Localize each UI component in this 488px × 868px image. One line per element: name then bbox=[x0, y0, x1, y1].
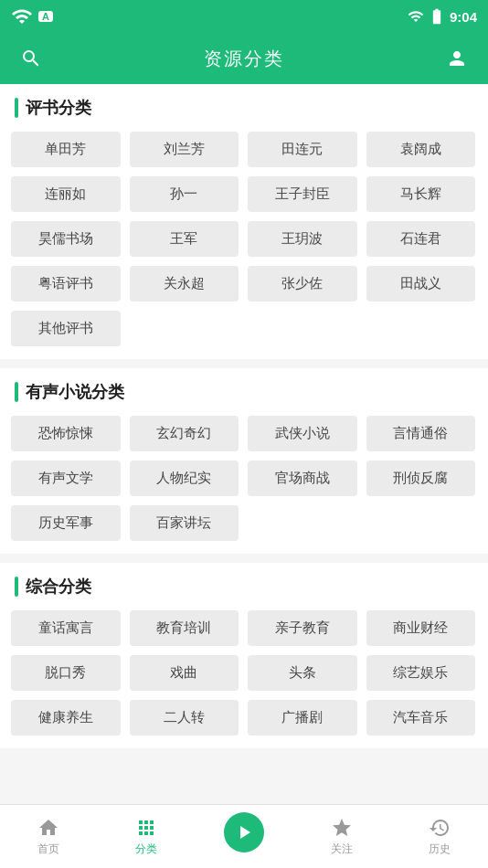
content: 评书分类单田芳刘兰芳田连元袁阔成连丽如孙一王子封臣马长辉昊儒书场王军王玥波石连君… bbox=[0, 84, 488, 821]
search-icon bbox=[20, 48, 42, 69]
tag-pingshufenlei-0[interactable]: 单田芳 bbox=[11, 132, 121, 167]
tag-youshengxiaoshuofenlei-2[interactable]: 武侠小说 bbox=[248, 416, 357, 451]
user-button[interactable] bbox=[440, 42, 473, 75]
nav-item-play[interactable] bbox=[196, 821, 293, 852]
bottom-nav: 首页 分类 关注 历史 bbox=[0, 804, 488, 868]
wifi-icon bbox=[11, 5, 33, 27]
nav-label-category: 分类 bbox=[135, 842, 157, 857]
section-pingshufenlei: 评书分类单田芳刘兰芳田连元袁阔成连丽如孙一王子封臣马长辉昊儒书场王军王玥波石连君… bbox=[0, 84, 488, 359]
section-title-youshengxiaoshuofenlei: 有声小说分类 bbox=[26, 381, 124, 403]
app-bar: 资源分类 bbox=[0, 33, 488, 84]
user-icon bbox=[446, 48, 468, 69]
section-border-zonghefenlei bbox=[15, 577, 18, 597]
tag-youshengxiaoshuofenlei-6[interactable]: 官场商战 bbox=[248, 460, 357, 496]
tag-zonghefenlei-10[interactable]: 广播剧 bbox=[248, 700, 357, 736]
tag-youshengxiaoshuofenlei-8[interactable]: 历史军事 bbox=[11, 505, 121, 541]
tag-pingshufenlei-9[interactable]: 王军 bbox=[130, 221, 239, 257]
section-header-zonghefenlei: 综合分类 bbox=[0, 563, 488, 607]
tag-pingshufenlei-2[interactable]: 田连元 bbox=[248, 132, 357, 167]
tag-youshengxiaoshuofenlei-3[interactable]: 言情通俗 bbox=[366, 416, 476, 451]
tag-pingshufenlei-12[interactable]: 粤语评书 bbox=[11, 266, 121, 302]
battery-icon bbox=[428, 7, 446, 26]
section-title-zonghefenlei: 综合分类 bbox=[26, 576, 91, 598]
tag-pingshufenlei-1[interactable]: 刘兰芳 bbox=[130, 132, 239, 167]
nav-label-history: 历史 bbox=[429, 842, 451, 857]
tag-pingshufenlei-8[interactable]: 昊儒书场 bbox=[11, 221, 121, 257]
tag-youshengxiaoshuofenlei-7[interactable]: 刑侦反腐 bbox=[366, 460, 476, 496]
tag-youshengxiaoshuofenlei-0[interactable]: 恐怖惊悚 bbox=[11, 416, 121, 451]
search-button[interactable] bbox=[15, 42, 48, 75]
tag-pingshufenlei-4[interactable]: 连丽如 bbox=[11, 176, 121, 212]
tag-zonghefenlei-4[interactable]: 脱口秀 bbox=[11, 655, 121, 691]
nav-item-history[interactable]: 历史 bbox=[390, 817, 488, 857]
signal-icon bbox=[408, 8, 424, 25]
section-border-youshengxiaoshuofenlei bbox=[15, 382, 18, 402]
tag-pingshufenlei-11[interactable]: 石连君 bbox=[366, 221, 476, 257]
history-icon bbox=[429, 817, 451, 839]
nav-label-follow: 关注 bbox=[331, 842, 353, 857]
tag-zonghefenlei-2[interactable]: 亲子教育 bbox=[248, 610, 357, 646]
nav-item-category[interactable]: 分类 bbox=[98, 817, 196, 857]
tag-youshengxiaoshuofenlei-4[interactable]: 有声文学 bbox=[11, 460, 121, 496]
tag-pingshufenlei-15[interactable]: 田战义 bbox=[366, 266, 476, 302]
nav-label-home: 首页 bbox=[37, 842, 59, 857]
home-icon bbox=[37, 817, 59, 839]
tag-pingshufenlei-3[interactable]: 袁阔成 bbox=[366, 132, 476, 167]
play-icon bbox=[233, 821, 255, 843]
tag-zonghefenlei-8[interactable]: 健康养生 bbox=[11, 700, 121, 736]
tags-container-youshengxiaoshuofenlei: 恐怖惊悚玄幻奇幻武侠小说言情通俗有声文学人物纪实官场商战刑侦反腐历史军事百家讲坛 bbox=[0, 412, 488, 554]
play-button-circle[interactable] bbox=[224, 812, 264, 852]
section-header-youshengxiaoshuofenlei: 有声小说分类 bbox=[0, 368, 488, 412]
section-zonghefenlei: 综合分类童话寓言教育培训亲子教育商业财经脱口秀戏曲头条综艺娱乐健康养生二人转广播… bbox=[0, 563, 488, 748]
tag-zonghefenlei-6[interactable]: 头条 bbox=[248, 655, 357, 691]
tag-pingshufenlei-16[interactable]: 其他评书 bbox=[11, 311, 121, 346]
status-left: A bbox=[11, 5, 53, 27]
nav-item-home[interactable]: 首页 bbox=[0, 817, 98, 857]
tag-pingshufenlei-7[interactable]: 马长辉 bbox=[366, 176, 476, 212]
tag-zonghefenlei-0[interactable]: 童话寓言 bbox=[11, 610, 121, 646]
tag-zonghefenlei-7[interactable]: 综艺娱乐 bbox=[366, 655, 476, 691]
status-time: 9:04 bbox=[450, 9, 477, 25]
category-icon bbox=[135, 817, 157, 839]
tag-pingshufenlei-14[interactable]: 张少佐 bbox=[248, 266, 357, 302]
tag-youshengxiaoshuofenlei-5[interactable]: 人物纪实 bbox=[130, 460, 239, 496]
tag-pingshufenlei-13[interactable]: 关永超 bbox=[130, 266, 239, 302]
tag-youshengxiaoshuofenlei-1[interactable]: 玄幻奇幻 bbox=[130, 416, 239, 451]
section-title-pingshufenlei: 评书分类 bbox=[26, 97, 91, 119]
tag-zonghefenlei-11[interactable]: 汽车音乐 bbox=[366, 700, 476, 736]
status-bar: A 9:04 bbox=[0, 0, 488, 33]
nav-item-follow[interactable]: 关注 bbox=[292, 817, 390, 857]
tag-pingshufenlei-10[interactable]: 王玥波 bbox=[248, 221, 357, 257]
app-bar-title: 资源分类 bbox=[204, 47, 284, 71]
notification-badge: A bbox=[38, 11, 53, 22]
tags-container-zonghefenlei: 童话寓言教育培训亲子教育商业财经脱口秀戏曲头条综艺娱乐健康养生二人转广播剧汽车音… bbox=[0, 607, 488, 748]
tag-zonghefenlei-3[interactable]: 商业财经 bbox=[366, 610, 476, 646]
tags-container-pingshufenlei: 单田芳刘兰芳田连元袁阔成连丽如孙一王子封臣马长辉昊儒书场王军王玥波石连君粤语评书… bbox=[0, 128, 488, 359]
tag-zonghefenlei-9[interactable]: 二人转 bbox=[130, 700, 239, 736]
section-youshengxiaoshuofenlei: 有声小说分类恐怖惊悚玄幻奇幻武侠小说言情通俗有声文学人物纪实官场商战刑侦反腐历史… bbox=[0, 368, 488, 554]
status-icons: 9:04 bbox=[408, 7, 477, 26]
tag-pingshufenlei-6[interactable]: 王子封臣 bbox=[248, 176, 357, 212]
star-icon bbox=[331, 817, 353, 839]
tag-pingshufenlei-5[interactable]: 孙一 bbox=[130, 176, 239, 212]
tag-zonghefenlei-5[interactable]: 戏曲 bbox=[130, 655, 239, 691]
tag-zonghefenlei-1[interactable]: 教育培训 bbox=[130, 610, 239, 646]
tag-youshengxiaoshuofenlei-9[interactable]: 百家讲坛 bbox=[130, 505, 239, 541]
section-header-pingshufenlei: 评书分类 bbox=[0, 84, 488, 128]
section-border-pingshufenlei bbox=[15, 98, 18, 118]
